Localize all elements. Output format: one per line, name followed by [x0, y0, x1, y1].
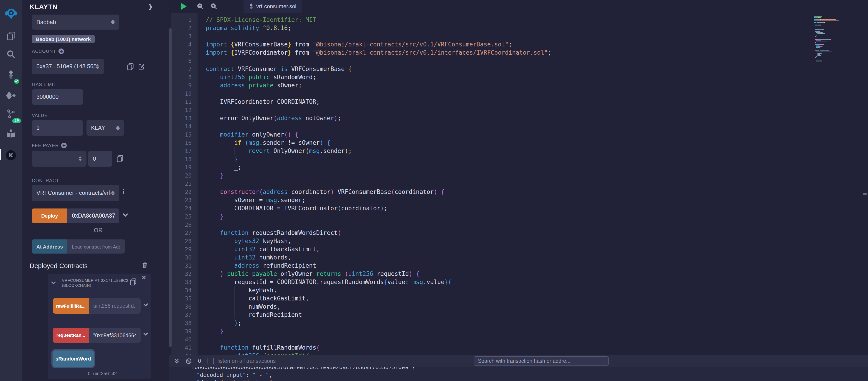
line-number: 17 [171, 147, 197, 155]
line-number: 8 [171, 73, 197, 81]
fee-payer-label: FEE PAYER [32, 142, 67, 149]
network-select[interactable]: Baobab [32, 14, 119, 30]
raw-fulfill-input[interactable]: uint256 requestId, [89, 298, 141, 314]
terminal-output[interactable]: 1000000000000000000000000a37dca2ea17dcc1… [169, 367, 868, 381]
code-line: modifier onlyOwner() { [206, 130, 868, 138]
code-line: address refundRecipient [206, 261, 868, 270]
raw-fulfill-expand-icon[interactable] [143, 302, 148, 308]
request-random-expand-icon[interactable] [143, 331, 148, 337]
listen-all-transactions-checkbox[interactable] [207, 358, 214, 364]
account-label: ACCOUNT [32, 48, 64, 54]
line-number: 40 [171, 335, 197, 344]
panel-scrollbar[interactable] [169, 28, 172, 347]
clear-console-icon[interactable] [186, 358, 192, 364]
git-branch-icon[interactable]: 19 [0, 106, 22, 122]
line-number: 12 [171, 106, 197, 114]
run-script-icon[interactable] [180, 3, 187, 10]
contract-info-icon[interactable]: i [122, 188, 124, 196]
request-random-button[interactable]: requestRan... [53, 328, 89, 343]
icon-rail: 19 K [0, 0, 22, 381]
clear-deployed-icon[interactable] [142, 262, 148, 268]
contract-label: CONTRACT [32, 178, 59, 183]
code-line: contract VRFConsumer is VRFConsumerBase … [206, 65, 868, 73]
line-number: 2 [171, 24, 197, 32]
add-account-icon[interactable] [58, 48, 64, 54]
contract-expand-icon[interactable] [51, 280, 56, 285]
tab-vrf-consumer[interactable]: vrf-consumer.sol [244, 0, 302, 13]
account-select[interactable]: 0xa37...510e9 (148.56565 [32, 59, 104, 74]
code-line: } [206, 155, 868, 163]
copy-fee-payer-icon[interactable] [117, 155, 123, 162]
line-number: 13 [171, 114, 197, 122]
klaytn-plugin-panel: KLAYTN ❯ Baobab Baobab (1001) network AC… [22, 0, 169, 381]
remove-contract-icon[interactable]: ✕ [142, 275, 146, 281]
klaytn-plugin-icon[interactable]: K [0, 148, 22, 163]
code-line: } [206, 171, 868, 180]
code-line: uint256 public sRandomWord; [206, 73, 868, 81]
code-line [206, 122, 868, 130]
tab-filename: vrf-consumer.sol [256, 3, 296, 9]
terminal-search-input[interactable]: Search with transaction hash or addre... [474, 356, 609, 366]
edit-account-icon[interactable] [138, 63, 145, 70]
search-icon[interactable] [0, 46, 22, 62]
deployed-contracts-title: Deployed Contracts [30, 262, 88, 269]
line-number: 39 [171, 327, 197, 335]
line-number: 35 [171, 294, 197, 303]
terminal-toolbar: 0 listen on all transactions Search with… [169, 355, 868, 367]
line-number: 6 [171, 57, 197, 65]
line-number: 3 [171, 32, 197, 40]
code-line: COORDINATOR = IVRFCoordinator(coordinato… [206, 204, 868, 212]
line-number: 26 [171, 221, 197, 229]
contract-select[interactable]: VRFConsumer - contracts/vrf-con [32, 185, 119, 201]
deploy-arg-input[interactable]: 0xDA8c0A00A372 [67, 209, 119, 223]
code-line: uint32 callbackGasLimit, [206, 245, 868, 253]
line-number: 23 [171, 196, 197, 204]
gas-limit-input[interactable]: 3000000 [32, 89, 83, 105]
srandomword-button[interactable]: sRandomWord [53, 350, 94, 367]
at-address-input[interactable]: Load contract from Address [67, 240, 125, 254]
call-output-value: 0: uint256: 42 [88, 371, 117, 376]
code-line: function fulfillRandomWords( [206, 344, 868, 352]
learneth-icon[interactable] [0, 126, 22, 141]
expand-terminal-icon[interactable] [174, 358, 179, 364]
value-input[interactable]: 1 [32, 120, 83, 136]
deploy-button[interactable]: Deploy [32, 209, 67, 223]
copy-account-icon[interactable] [127, 63, 134, 70]
code-content[interactable]: // SPDX-License-Identifier: MITpragma so… [206, 13, 868, 358]
at-address-button[interactable]: At Address [32, 240, 67, 254]
editor-toolbar: vrf-consumer.sol [169, 0, 868, 13]
copy-contract-address-icon[interactable] [130, 278, 136, 285]
solidity-compiler-icon[interactable] [0, 67, 22, 83]
line-number: 22 [171, 188, 197, 196]
deploy-expand-icon[interactable] [122, 212, 128, 218]
code-line: constructor(address coordinator) VRFCons… [206, 188, 868, 196]
add-fee-payer-icon[interactable] [61, 142, 67, 149]
fee-payer-amount-input[interactable]: 0 [88, 151, 112, 167]
code-line [206, 221, 868, 229]
code-line: bytes32 keyHash, [206, 237, 868, 245]
select-arrows-icon [111, 20, 115, 25]
select-arrows-icon [96, 64, 99, 69]
line-number: 38 [171, 319, 197, 327]
code-line: refundRecipient [206, 311, 868, 319]
zoom-out-icon[interactable] [197, 3, 204, 9]
file-explorer-icon[interactable] [0, 28, 22, 44]
minimap[interactable] [814, 16, 858, 63]
line-number-gutter: 1234567891011121314151617181920212223242… [171, 13, 197, 355]
line-number: 15 [171, 130, 197, 138]
line-number: 11 [171, 98, 197, 106]
deploy-run-icon[interactable] [0, 88, 22, 103]
panel-collapse-icon[interactable]: ❯ [148, 3, 153, 10]
line-number: 34 [171, 286, 197, 294]
zoom-in-icon[interactable] [211, 3, 217, 9]
compile-success-badge [14, 79, 19, 84]
request-random-input[interactable]: "0xd9af33106d664 [89, 328, 141, 343]
code-line: ); [206, 319, 868, 327]
fee-payer-select[interactable] [32, 151, 87, 167]
code-line: pragma solidity ^0.8.16; [206, 24, 868, 32]
value-unit-select[interactable]: KLAY [87, 120, 124, 136]
value-label: VALUE [32, 113, 48, 118]
code-line: sOwner = msg.sender; [206, 196, 868, 204]
raw-fulfill-button[interactable]: rawFulfillRa... [53, 298, 89, 314]
klaytn-logo-icon[interactable] [0, 6, 22, 22]
